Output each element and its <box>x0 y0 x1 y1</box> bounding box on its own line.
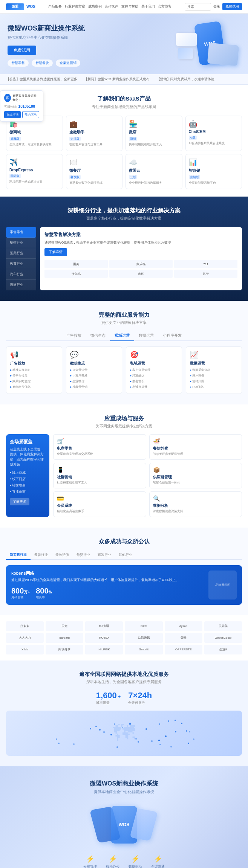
product-desc: 全渠道智能营销平台 <box>189 181 239 185</box>
cap-item: ▸ 效果实时监控 <box>10 378 58 384</box>
cap-item: ▸ 多平台投放 <box>10 373 58 378</box>
cap-tab[interactable]: 小程序开发 <box>158 331 186 341</box>
map-dot <box>90 728 91 729</box>
product-card[interactable]: 🍽️ 微餐厅 餐饮版 智慧餐饮数字化管理系统 <box>66 154 123 189</box>
ticker-item-1: 【公告】微盟系统服务到达更好完善。全新更多 <box>6 77 77 82</box>
solution-detail-button[interactable]: 了解详情 <box>44 248 67 256</box>
map-subtitle: 深耕本地生活，为全国各地客户提供专属服务 <box>6 679 242 685</box>
industry-tab[interactable]: 餐饮行业 <box>6 238 36 248</box>
product-card[interactable]: ✈️ DropExpress 国际版 跨境电商一站式解决方案 <box>6 154 63 189</box>
product-card[interactable]: 🤖 ChatCRM AI版 AI驱动的客户关系管理系统 <box>185 116 242 151</box>
nav-link-about[interactable]: 关于我们 <box>141 4 155 9</box>
capabilities-section: 完整的商业服务能力 提供更专业的增长解决方案 广告投放微信生态私域运营数据运营小… <box>0 301 248 404</box>
cap-tab[interactable]: 私域运营 <box>110 331 134 341</box>
testimonials-section: 众多成功与众所公认 新零售行业餐饮行业美妆护肤母婴行业家装行业其他行业 kobe… <box>0 528 248 615</box>
stat-value-display: 800% <box>36 587 52 595</box>
nav-link-blog[interactable]: 官方博客 <box>158 4 171 9</box>
product-tag: 营销版 <box>189 175 200 179</box>
free-trial-button[interactable]: 免费试用 <box>222 3 242 10</box>
product-name: ChatCRM <box>189 130 239 134</box>
ticker-bar: 【公告】微盟系统服务到达更好完善。全新更多 【新闻】微盟WOS新商业操作系统正式… <box>0 74 248 85</box>
hero-cta-button[interactable]: 免费试用 <box>8 46 36 55</box>
industry-tab[interactable]: 汽车行业 <box>6 269 36 280</box>
cap-item: ▸ 忠诚度提升 <box>130 384 178 390</box>
scene-card[interactable]: 🍜 餐饮外卖 智慧餐厅点餐配送管理 <box>149 434 242 460</box>
cap-card: 💬 微信生态 ▸ 公众号运营▸ 小程序开发▸ 企业微信▸ 视频号营销 <box>66 346 122 394</box>
scene-right: 🛒 电商零售 全渠道商品管理与交易系统 🍜 餐饮外卖 智慧餐厅点餐配送管理 📱 … <box>53 434 242 517</box>
map-dot <box>193 738 194 740</box>
scene-card[interactable]: 💳 会员系统 精细化会员运营体系 <box>53 491 146 517</box>
testimonial-tab[interactable]: 母婴行业 <box>73 551 94 560</box>
system-subtitle: 提供本地商业全中心化智能操作系统 <box>6 789 242 795</box>
product-tag: 新版 <box>129 137 137 141</box>
product-card[interactable]: 📊 智营销 营销版 全渠道智能营销平台 <box>185 154 242 189</box>
product-desc: 企业级云计算与数据服务 <box>129 181 179 185</box>
logo-item: 企业8 <box>204 645 242 654</box>
nav-link-partners[interactable]: 合作伙伴 <box>105 4 118 9</box>
product-icon: 🤖 <box>189 120 239 128</box>
testimonial-tab[interactable]: 餐饮行业 <box>31 551 52 560</box>
industry-tab[interactable]: 医美行业 <box>6 248 36 259</box>
chat-buttons: 在线咨询 预约演示 <box>4 111 39 118</box>
map-dot <box>168 720 169 722</box>
testimonial-tab[interactable]: 家装行业 <box>94 551 115 560</box>
nav-logo[interactable]: 微盟 WOS <box>6 3 35 10</box>
cap-items: ▸ 客户分层管理▸ 精准触达▸ 裂变增长▸ 忠诚度提升 <box>130 367 178 390</box>
cap-item: ▸ 企业微信 <box>70 378 118 384</box>
product-card[interactable]: 🏪 微店 新版 简单易用的在线开店工具 <box>126 116 182 151</box>
solution-title: 智慧零售解决方案 <box>44 232 237 238</box>
nav-link-support[interactable]: 支持与帮助 <box>121 4 138 9</box>
cap-name: 数据运营 <box>190 361 238 366</box>
scene-more-button[interactable]: 了解更多 <box>10 498 29 505</box>
product-card[interactable]: ☁️ 微盟云 云版 企业级云计算与数据服务 <box>126 154 182 189</box>
industry-tab[interactable]: 零售零售 <box>6 227 36 238</box>
search-input[interactable] <box>185 3 211 11</box>
testimonial-tab[interactable]: 新零售行业 <box>6 551 31 560</box>
map-stat-1-label: 城市覆盖 <box>96 700 121 705</box>
scene-card[interactable]: 🔍 数据分析 深度数据洞察决策支持 <box>149 491 242 517</box>
cap-tab[interactable]: 广告投放 <box>62 331 86 341</box>
chat-phone-row: 客服热线: 10105188 <box>4 104 39 109</box>
system-feature: ⚡ 数据驱动 <box>129 855 142 868</box>
scene-card-desc: 深度数据洞察决策支持 <box>153 509 239 513</box>
scene-card[interactable]: 🛒 电商零售 全渠道商品管理与交易系统 <box>53 434 146 460</box>
testimonial-tab[interactable]: 美妆护肤 <box>52 551 73 560</box>
product-icon: 💼 <box>69 120 119 128</box>
stat-label: 增长率 <box>36 595 52 600</box>
nav-link-cases[interactable]: 成功案例 <box>88 4 102 9</box>
industry-tab[interactable]: 教育行业 <box>6 259 36 269</box>
map-dot <box>159 744 161 745</box>
map-dot <box>99 729 101 731</box>
scene-card[interactable]: 📱 社群营销 社交裂变精准获客工具 <box>53 463 146 488</box>
scene-card-title: 数据分析 <box>153 503 239 508</box>
map-dot <box>110 734 112 735</box>
cap-item: ▸ 用户画像 <box>190 373 238 378</box>
scene-card[interactable]: 📦 供应链管理 智能仓储物流一体化 <box>149 463 242 488</box>
industry-title: 深耕细分行业，提供加速落地的行业解决方案 <box>6 207 242 214</box>
cap-tab[interactable]: 微信生态 <box>86 331 110 341</box>
demo-button[interactable]: 预约演示 <box>22 111 40 118</box>
industry-tabs: 零售零售 餐饮行业 医美行业 教育行业 汽车行业 酒旅行业 <box>6 227 36 290</box>
map-dot <box>58 743 60 744</box>
cap-tab[interactable]: 数据运营 <box>134 331 158 341</box>
logo-item: 拼多多 <box>6 621 44 631</box>
logo-item: barbard <box>46 633 83 643</box>
map-dot <box>151 740 153 742</box>
logo-item: DJI大疆 <box>85 621 123 631</box>
system-feature: ⚡ 云端管理 <box>83 855 97 868</box>
product-desc: 全渠道商城，专业零售解决方案 <box>9 142 60 146</box>
scene-section: 应重成场与服务 为不同业务场景提供专业解决方案 全场景覆盖 涵盖线上线下全渠道，… <box>0 404 248 528</box>
industry-tab[interactable]: 酒旅行业 <box>6 280 36 290</box>
scene-left-item: • 线上商城 <box>10 470 46 476</box>
hero-3d-card2 <box>178 48 193 59</box>
consult-button[interactable]: 在线咨询 <box>4 111 21 118</box>
nav-link-products[interactable]: 产品服务 <box>48 4 62 9</box>
login-button[interactable]: 登录 <box>213 4 220 9</box>
cap-name: 微信生态 <box>70 361 118 366</box>
nav-link-industry[interactable]: 行业解决方案 <box>65 4 85 9</box>
scene-left-item: • 社交电商 <box>10 482 46 489</box>
product-card[interactable]: 💼 企微助手 企业版 智能客户管理与运营工具 <box>66 116 123 151</box>
logo-item: ROTEX <box>85 633 123 643</box>
product-tag: 国际版 <box>9 174 21 178</box>
testimonial-tab[interactable]: 其他行业 <box>115 551 136 560</box>
